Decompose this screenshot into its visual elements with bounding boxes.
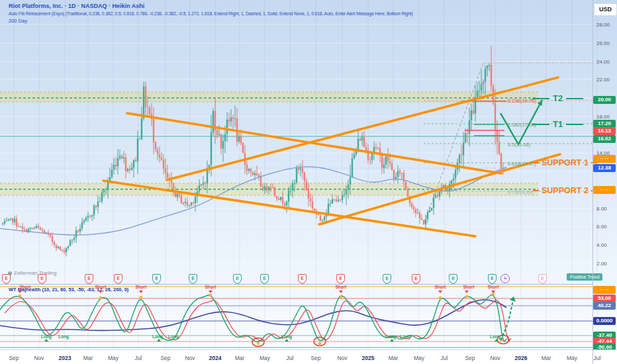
pane-separator[interactable] — [0, 284, 593, 285]
candle-body — [157, 150, 158, 155]
candle-body — [346, 189, 347, 194]
target2-label[interactable]: T2 — [529, 93, 587, 103]
candle-body — [465, 133, 466, 142]
price-tick: 22.00 — [596, 77, 610, 83]
candle-body — [248, 169, 250, 171]
candle-body — [10, 218, 11, 219]
candle-body — [189, 205, 190, 206]
candle-body — [159, 154, 160, 158]
long-signal-label: Long — [168, 334, 179, 339]
price-badge: 46.22 — [593, 302, 616, 310]
support2-label[interactable]: SUPPORT 2 — [530, 186, 600, 195]
candle-body — [119, 156, 120, 158]
candle-body — [264, 187, 265, 191]
candle-body — [357, 139, 359, 150]
candle-body — [211, 132, 212, 165]
candle-body — [405, 182, 406, 190]
time-month-label: Jul — [594, 355, 601, 361]
time-year-label: 2024 — [209, 355, 222, 361]
price-chart-canvas[interactable] — [0, 0, 617, 364]
dash-line — [566, 124, 583, 125]
dash-line — [566, 98, 583, 99]
candle-body — [113, 165, 115, 170]
candle-body — [318, 214, 319, 216]
candle-body — [252, 172, 254, 175]
wt-cross-dot — [340, 296, 342, 298]
price-badge: ·· ·· — [593, 186, 616, 194]
candle-body — [187, 202, 188, 205]
candle-body — [433, 197, 434, 208]
candle-body — [290, 191, 291, 191]
candle-body — [141, 118, 142, 139]
candle-body — [352, 158, 353, 177]
candle-body — [266, 187, 267, 191]
price-badge: ·· ·· — [593, 155, 616, 163]
candle-body — [451, 181, 452, 184]
time-month-label: Sep — [310, 355, 320, 361]
candle-body — [129, 169, 130, 170]
dash-line — [532, 98, 549, 99]
candle-body — [205, 183, 206, 183]
wt-cross-dot — [19, 295, 21, 297]
short-signal-label: Short — [435, 285, 446, 289]
indicator-legend[interactable]: Auto Fib Retracement (Expo) (Traditional… — [9, 10, 413, 17]
candle-body — [463, 143, 464, 156]
candle-body — [242, 143, 244, 153]
candle-body — [99, 201, 101, 202]
wt-cross-dot — [318, 342, 321, 345]
candle-body — [322, 220, 323, 221]
candle-body — [489, 65, 490, 66]
candle-body — [256, 173, 258, 175]
price-tick: 18.00 — [596, 114, 610, 120]
candle-body — [24, 229, 25, 230]
flash-event-icon[interactable]: ϟ — [500, 274, 510, 283]
support1-text: SUPPORT 1 — [542, 158, 589, 167]
candle-body — [427, 212, 428, 219]
candle-body — [60, 247, 61, 250]
candle-body — [286, 202, 287, 206]
target1-label[interactable]: T1 — [529, 119, 587, 129]
candle-body — [125, 158, 126, 171]
currency-button[interactable]: USD — [594, 3, 617, 16]
candle-body — [191, 203, 192, 205]
support1-label[interactable]: SUPPORT 1 — [530, 158, 600, 167]
candle-body — [477, 91, 478, 97]
candle-body — [131, 167, 132, 169]
long-signal-label: Long — [490, 334, 500, 339]
candle-body — [332, 199, 333, 204]
candle-body — [284, 204, 285, 206]
candle-body — [262, 187, 263, 191]
time-month-label: Sep — [160, 355, 170, 361]
candle-body — [155, 142, 156, 149]
time-year-label: 2023 — [59, 355, 71, 361]
candle-body — [459, 155, 460, 163]
long-marker-icon — [157, 339, 161, 341]
candle-body — [103, 190, 105, 192]
candle-body — [230, 117, 232, 121]
candle-body — [181, 195, 182, 203]
long-signal-label: Long — [58, 334, 69, 339]
candle-body — [77, 230, 79, 232]
ma-legend[interactable]: 200 Day — [9, 17, 413, 24]
candle-body — [87, 216, 89, 218]
candle-body — [70, 240, 71, 246]
candle-body — [68, 246, 69, 248]
candle-body — [377, 148, 379, 148]
candle-body — [417, 213, 418, 214]
candle-body — [95, 206, 97, 207]
candle-body — [83, 220, 85, 222]
dash-line — [533, 190, 539, 191]
arrowhead — [510, 296, 516, 302]
candle-body — [344, 194, 345, 195]
short-signal-label: Short — [95, 285, 107, 289]
wt-up-arrow — [500, 296, 514, 340]
candle-body — [453, 178, 454, 181]
candle-body — [107, 183, 109, 189]
candle-body — [161, 158, 162, 159]
candle-body — [473, 111, 474, 114]
candle-body — [137, 139, 138, 161]
candle-body — [268, 187, 269, 191]
price-tick: 24.00 — [596, 59, 610, 65]
time-month-label: Jul — [135, 355, 142, 361]
symbol-title[interactable]: Riot Platforms, Inc. · 1D · NASDAQ · Hei… — [9, 3, 413, 10]
